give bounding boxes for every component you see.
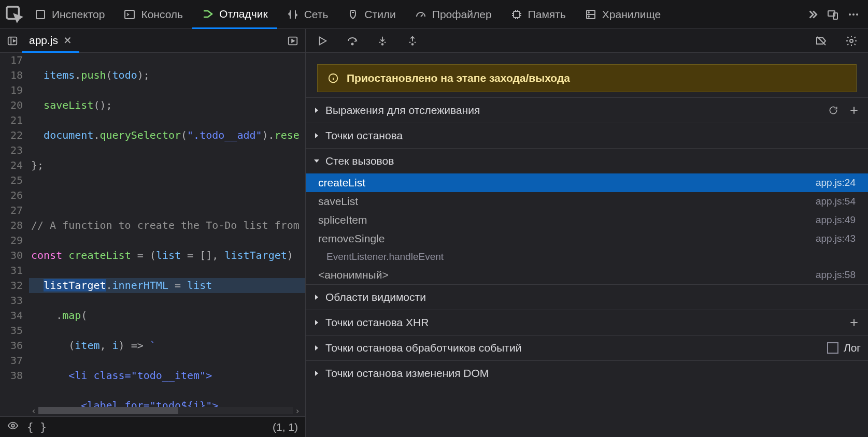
section-title: Точки останова обработчиков событий xyxy=(325,342,521,354)
status-bar: { } (1, 1) xyxy=(0,416,305,437)
section-title: Точки останова изменения DOM xyxy=(325,367,489,380)
stack-frame[interactable]: saveList app.js:54 xyxy=(306,192,868,211)
tab-label: Консоль xyxy=(141,8,183,21)
file-tab-name: app.js xyxy=(29,34,58,47)
step-over-button[interactable] xyxy=(345,34,360,48)
tab-storage[interactable]: Хранилище xyxy=(575,0,670,29)
chevron-right-icon xyxy=(313,107,320,114)
stack-frame-name: createList xyxy=(318,177,365,189)
pick-element-button[interactable] xyxy=(4,0,25,29)
svg-point-10 xyxy=(849,13,851,16)
section-title: Выражения для отслеживания xyxy=(325,104,480,116)
section-event-listener-breakpoints[interactable]: Точки останова обработчиков событий Лог xyxy=(306,336,868,360)
code-editor[interactable]: 17 18 19 20 21 22 23 24 25 26 27 28 29 3… xyxy=(0,53,305,416)
scroll-right-arrow[interactable]: › xyxy=(293,406,302,415)
svg-point-11 xyxy=(852,13,855,16)
section-scopes[interactable]: Области видимости xyxy=(306,285,868,310)
chevron-right-icon xyxy=(313,370,320,377)
pause-banner-text: Приостановлено на этапе захода/выхода xyxy=(347,72,570,84)
tab-label: Хранилище xyxy=(602,8,661,21)
more-options-button[interactable] xyxy=(843,4,864,25)
section-title: Области видимости xyxy=(325,291,426,303)
debugger-icon xyxy=(202,8,214,20)
svg-rect-2 xyxy=(125,10,134,19)
stack-frame-name: removeSingle xyxy=(318,232,385,245)
refresh-watch-button[interactable] xyxy=(827,104,840,117)
pause-banner: Приостановлено на этапе захода/выхода xyxy=(317,64,857,92)
add-xhr-breakpoint-button[interactable] xyxy=(847,316,861,329)
stack-frame-name: <анонимный> xyxy=(318,269,389,281)
stack-divider: EventListener.handleEvent xyxy=(306,248,868,266)
svg-point-15 xyxy=(11,424,15,427)
section-callstack[interactable]: Стек вызовов xyxy=(306,149,868,173)
section-title: Точки останова XHR xyxy=(325,316,429,329)
inspector-icon xyxy=(34,8,47,21)
stack-frame[interactable]: createList app.js:24 xyxy=(306,173,868,192)
tab-label: Инспектор xyxy=(52,8,105,21)
tab-style[interactable]: Стили xyxy=(337,0,405,29)
tab-inspector[interactable]: Инспектор xyxy=(25,0,114,29)
section-breakpoints[interactable]: Точки останова xyxy=(306,123,868,148)
call-stack-list: createList app.js:24 saveList app.js:54 … xyxy=(306,173,868,284)
tab-profiler[interactable]: Профайлер xyxy=(405,0,501,29)
stack-frame[interactable]: removeSingle app.js:43 xyxy=(306,229,868,248)
stack-frame-location: app.js:58 xyxy=(816,269,856,281)
tab-label: Сеть xyxy=(304,8,329,21)
section-watch[interactable]: Выражения для отслеживания xyxy=(306,98,868,123)
tab-console[interactable]: Консоль xyxy=(114,0,192,29)
section-dom-breakpoints[interactable]: Точки останова изменения DOM xyxy=(306,361,868,386)
stack-frame[interactable]: spliceItem app.js:49 xyxy=(306,211,868,229)
debugger-settings-button[interactable] xyxy=(844,34,859,48)
tab-memory[interactable]: Память xyxy=(501,0,575,29)
step-in-button[interactable] xyxy=(375,34,390,48)
resume-button[interactable] xyxy=(315,34,330,48)
code-content: items.push(todo); saveList(); document.q… xyxy=(29,53,305,416)
info-icon xyxy=(327,72,339,84)
tab-label: Профайлер xyxy=(432,8,492,21)
tab-debugger[interactable]: Отладчик xyxy=(192,0,277,29)
log-checkbox[interactable] xyxy=(827,342,838,354)
overflow-tabs-button[interactable] xyxy=(802,4,822,25)
step-out-button[interactable] xyxy=(405,34,420,48)
section-title: Точки останова xyxy=(325,129,403,142)
debug-controls xyxy=(306,29,868,53)
svg-point-7 xyxy=(588,16,589,17)
disable-breakpoints-button[interactable] xyxy=(814,34,829,48)
stack-frame-location: app.js:54 xyxy=(816,196,856,207)
chevron-down-icon xyxy=(313,157,320,165)
svg-point-19 xyxy=(850,39,853,42)
tab-network[interactable]: Сеть xyxy=(277,0,338,29)
storage-icon xyxy=(585,8,597,21)
scroll-left-arrow[interactable]: ‹ xyxy=(29,406,38,415)
stack-frame-location: app.js:24 xyxy=(816,177,856,188)
scope-icon[interactable]: { } xyxy=(27,421,47,433)
log-label: Лог xyxy=(844,342,861,354)
add-watch-button[interactable] xyxy=(847,104,861,117)
profiler-icon xyxy=(415,8,427,21)
svg-rect-3 xyxy=(514,11,520,18)
stack-frame-location: app.js:43 xyxy=(816,233,856,244)
chevron-right-icon xyxy=(313,344,320,352)
sources-pane: app.js ✕ 17 18 19 20 21 22 23 24 25 26 2… xyxy=(0,29,306,437)
close-tab-button[interactable]: ✕ xyxy=(63,34,72,47)
responsive-mode-button[interactable] xyxy=(822,4,843,25)
style-icon xyxy=(347,8,359,21)
console-icon xyxy=(123,8,136,21)
run-to-button[interactable] xyxy=(283,35,302,47)
stack-frame-name: saveList xyxy=(318,195,358,208)
file-tab-app-js[interactable]: app.js ✕ xyxy=(22,29,79,53)
scroll-thumb[interactable] xyxy=(38,407,178,414)
devtools-toolbar: Инспектор Консоль Отладчик Сеть Стили Пр… xyxy=(0,0,868,29)
svg-point-6 xyxy=(588,12,589,13)
chevron-right-icon xyxy=(313,132,320,139)
toggle-sources-tree-button[interactable] xyxy=(3,35,22,47)
line-gutter: 17 18 19 20 21 22 23 24 25 26 27 28 29 3… xyxy=(0,53,29,416)
chevron-right-icon xyxy=(313,319,320,326)
section-xhr-breakpoints[interactable]: Точки останова XHR xyxy=(306,310,868,335)
scroll-track[interactable] xyxy=(38,407,293,414)
watch-eye-icon[interactable] xyxy=(7,420,19,434)
svg-point-17 xyxy=(382,43,383,45)
memory-icon xyxy=(510,8,523,21)
horizontal-scrollbar[interactable]: ‹ › xyxy=(29,406,302,415)
stack-frame[interactable]: <анонимный> app.js:58 xyxy=(306,266,868,284)
